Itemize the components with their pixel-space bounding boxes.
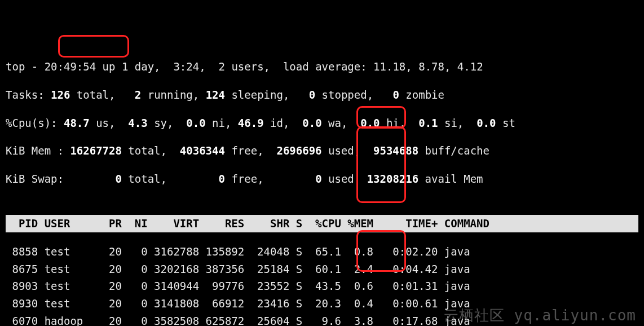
highlight-cpu-us xyxy=(58,35,129,58)
process-row: 8675 test 20 0 3202168 387356 25184 S 60… xyxy=(6,261,638,278)
process-header: PID USER PR NI VIRT RES SHR S %CPU %MEM … xyxy=(6,215,638,232)
top-tasks-line: Tasks: 126 total, 2 running, 124 sleepin… xyxy=(6,86,638,104)
top-mem-line: KiB Mem : 16267728 total, 4036344 free, … xyxy=(6,142,638,160)
highlight-cpu-top4 xyxy=(356,126,406,203)
process-row: 8858 test 20 0 3162788 135892 24048 S 65… xyxy=(6,243,638,261)
top-cpu-line: %Cpu(s): 48.7 us, 4.3 sy, 0.0 ni, 46.9 i… xyxy=(6,114,638,132)
top-upline: top - 20:49:54 up 1 day, 3:24, 2 users, … xyxy=(6,58,638,76)
top-swap-line: KiB Swap: 0 total, 0 free, 0 used. 13208… xyxy=(6,170,638,188)
process-row: 8903 test 20 0 3140944 99776 23552 S 43.… xyxy=(6,277,638,295)
watermark: 云栖社区 yq.aliyun.com xyxy=(444,308,636,323)
